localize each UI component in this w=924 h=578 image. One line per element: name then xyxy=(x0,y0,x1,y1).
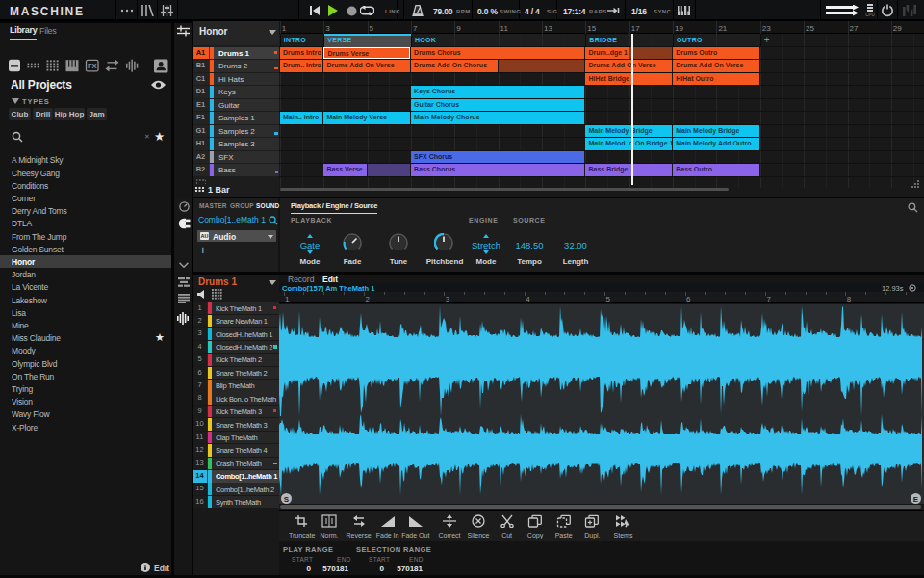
svg-text:E: E xyxy=(913,495,919,504)
svg-text:CPU: CPU xyxy=(865,13,875,17)
svg-text:FX: FX xyxy=(88,62,97,70)
svg-text:S: S xyxy=(284,495,290,504)
